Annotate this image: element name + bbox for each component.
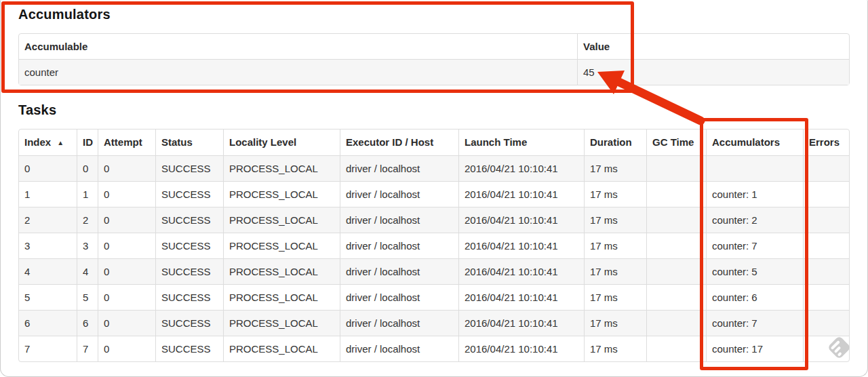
- table-cell: 2016/04/21 10:10:41: [458, 336, 584, 361]
- table-cell: 17 ms: [584, 233, 646, 258]
- column-header-launch-time[interactable]: Launch Time: [458, 130, 584, 155]
- column-header-value[interactable]: Value: [577, 34, 849, 59]
- column-header-label: Launch Time: [465, 136, 527, 148]
- table-cell: counter: [19, 59, 577, 85]
- table-cell: 2016/04/21 10:10:41: [458, 181, 584, 207]
- table-cell: counter: 2: [706, 207, 803, 233]
- table-cell: 2016/04/21 10:10:41: [458, 258, 584, 284]
- table-cell: SUCCESS: [155, 258, 223, 284]
- table-cell: PROCESS_LOCAL: [223, 310, 340, 336]
- table-cell: driver / localhost: [340, 310, 458, 336]
- table-cell: counter: 7: [706, 310, 803, 336]
- table-cell: counter: 7: [706, 233, 803, 258]
- table-cell: 0: [77, 155, 98, 181]
- column-header-executor-id-host[interactable]: Executor ID / Host: [340, 130, 458, 155]
- column-header-errors[interactable]: Errors: [803, 130, 849, 155]
- tasks-section-title: Tasks: [18, 102, 848, 117]
- table-cell: 6: [77, 310, 98, 336]
- table-row: 000SUCCESSPROCESS_LOCALdriver / localhos…: [19, 155, 849, 181]
- column-header-status[interactable]: Status: [155, 130, 223, 155]
- table-cell: 6: [19, 310, 77, 336]
- table-cell: 2016/04/21 10:10:41: [458, 284, 584, 310]
- column-header-attempt[interactable]: Attempt: [98, 130, 155, 155]
- column-header-gc-time[interactable]: GC Time: [646, 130, 706, 155]
- table-cell: 2016/04/21 10:10:41: [458, 233, 584, 258]
- accumulators-section-title: Accumulators: [18, 7, 848, 22]
- column-header-index[interactable]: Index▲: [19, 130, 77, 155]
- table-cell: 17 ms: [584, 181, 646, 207]
- table-cell: PROCESS_LOCAL: [223, 207, 340, 233]
- table-cell: 3: [19, 233, 77, 258]
- column-header-duration[interactable]: Duration: [584, 130, 646, 155]
- table-cell: 0: [98, 155, 155, 181]
- column-header-label: Accumulable: [24, 41, 87, 52]
- table-cell: 1: [19, 181, 77, 207]
- column-header-id[interactable]: ID: [77, 130, 98, 155]
- column-header-label: Accumulators: [712, 136, 780, 148]
- table-cell: PROCESS_LOCAL: [223, 181, 340, 207]
- table-cell: SUCCESS: [155, 181, 223, 207]
- table-cell: driver / localhost: [340, 258, 458, 284]
- table-cell: 4: [19, 258, 77, 284]
- table-cell: [646, 155, 706, 181]
- column-header-label: Status: [161, 136, 193, 148]
- table-row: 330SUCCESSPROCESS_LOCALdriver / localhos…: [19, 233, 849, 258]
- table-cell: driver / localhost: [340, 181, 458, 207]
- striped-diamond-icon: [827, 336, 851, 359]
- table-cell: 2: [19, 207, 77, 233]
- table-row: 220SUCCESSPROCESS_LOCALdriver / localhos…: [19, 207, 849, 233]
- table-cell: SUCCESS: [155, 155, 223, 181]
- table-cell: PROCESS_LOCAL: [223, 284, 340, 310]
- table-cell: 0: [98, 181, 155, 207]
- table-cell: [646, 310, 706, 336]
- accumulators-table: AccumulableValue counter45: [18, 33, 850, 85]
- table-cell: 17 ms: [584, 155, 646, 181]
- table-cell: SUCCESS: [155, 284, 223, 310]
- page-content: Accumulators AccumulableValue counter45 …: [18, 7, 848, 362]
- column-header-locality-level[interactable]: Locality Level: [223, 130, 340, 155]
- table-cell: 2016/04/21 10:10:41: [458, 310, 584, 336]
- watermark-badge: [828, 336, 850, 359]
- table-row: counter45: [19, 59, 849, 85]
- table-cell: counter: 1: [706, 181, 803, 207]
- table-cell: [803, 258, 849, 284]
- table-cell: driver / localhost: [340, 155, 458, 181]
- table-cell: 2: [77, 207, 98, 233]
- table-cell: 7: [77, 336, 98, 361]
- table-cell: [646, 258, 706, 284]
- column-header-label: ID: [83, 136, 93, 148]
- sort-ascending-icon: ▲: [57, 139, 64, 146]
- table-row: 550SUCCESSPROCESS_LOCALdriver / localhos…: [19, 284, 849, 310]
- tasks-table: Index▲IDAttemptStatusLocality LevelExecu…: [18, 129, 850, 362]
- table-cell: 0: [98, 310, 155, 336]
- table-cell: [646, 284, 706, 310]
- column-header-label: Executor ID / Host: [346, 136, 433, 148]
- table-row: 110SUCCESSPROCESS_LOCALdriver / localhos…: [19, 181, 849, 207]
- table-cell: 17 ms: [584, 310, 646, 336]
- table-cell: 17 ms: [584, 336, 646, 361]
- table-cell: 3: [77, 233, 98, 258]
- column-header-accumulable[interactable]: Accumulable: [19, 34, 577, 59]
- table-cell: 2016/04/21 10:10:41: [458, 155, 584, 181]
- table-cell: SUCCESS: [155, 207, 223, 233]
- column-header-accumulators[interactable]: Accumulators: [706, 130, 803, 155]
- table-cell: 7: [19, 336, 77, 361]
- table-cell: counter: 17: [706, 336, 803, 361]
- table-cell: SUCCESS: [155, 233, 223, 258]
- table-cell: 45: [577, 59, 849, 85]
- table-cell: 17 ms: [584, 284, 646, 310]
- table-cell: [646, 336, 706, 361]
- table-cell: driver / localhost: [340, 233, 458, 258]
- table-cell: 0: [98, 284, 155, 310]
- table-cell: PROCESS_LOCAL: [223, 155, 340, 181]
- column-header-label: Duration: [590, 136, 632, 148]
- table-cell: [706, 155, 803, 181]
- column-header-label: Value: [583, 41, 610, 52]
- table-cell: driver / localhost: [340, 207, 458, 233]
- accumulators-table-header-row: AccumulableValue: [19, 34, 849, 59]
- table-cell: [803, 233, 849, 258]
- table-cell: driver / localhost: [340, 284, 458, 310]
- table-cell: [803, 310, 849, 336]
- table-row: 770SUCCESSPROCESS_LOCALdriver / localhos…: [19, 336, 849, 361]
- column-header-label: GC Time: [652, 136, 694, 148]
